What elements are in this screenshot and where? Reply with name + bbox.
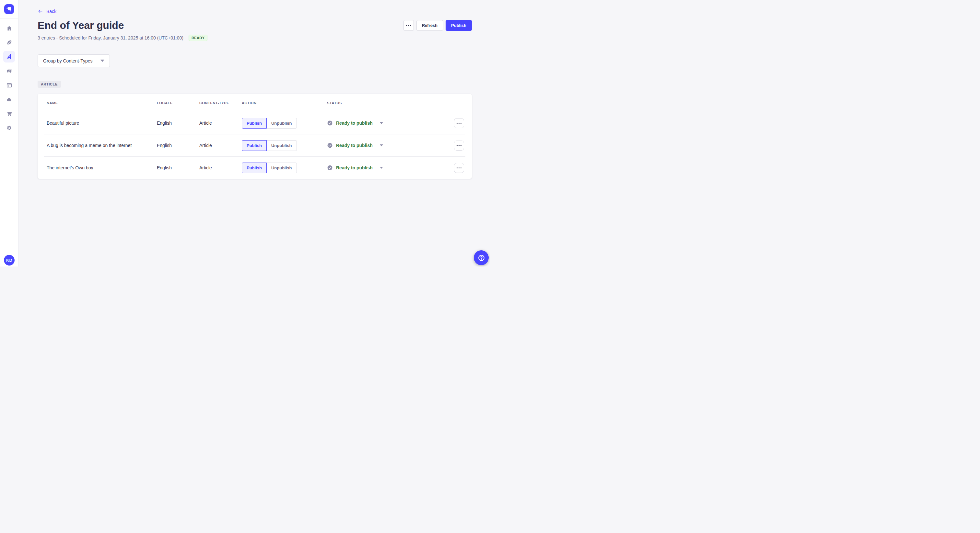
entry-name: The internet's Own boy	[47, 165, 157, 170]
group-by-select[interactable]: Group by Content-Types	[38, 54, 110, 67]
entry-status-dropdown[interactable]: Ready to publish	[327, 143, 443, 148]
table-row: Beautiful picture English Article Publis…	[38, 112, 472, 134]
entry-status-dropdown[interactable]: Ready to publish	[327, 120, 443, 126]
toolbar: Group by Content-Types	[38, 54, 472, 67]
row-more-options-button[interactable]	[454, 118, 464, 128]
help-button[interactable]	[474, 250, 489, 265]
sidebar-item-content-manager[interactable]	[3, 36, 15, 48]
header-actions: Refresh Publish	[404, 20, 472, 31]
cloud-icon	[6, 97, 12, 103]
entry-status-label: Ready to publish	[336, 121, 373, 125]
row-more-options-button[interactable]	[454, 141, 464, 151]
entry-locale: English	[157, 165, 199, 170]
entry-name: A bug is becoming a meme on the internet	[47, 143, 157, 148]
action-segmented-control: Publish Unpublish	[242, 163, 297, 173]
sidebar-nav	[0, 19, 18, 136]
column-header-locale: LOCALE	[157, 101, 199, 105]
entry-status-dropdown[interactable]: Ready to publish	[327, 165, 443, 171]
home-icon	[6, 25, 12, 32]
release-more-options-button[interactable]	[404, 20, 414, 31]
arrow-left-icon	[38, 8, 43, 14]
sidebar-item-settings[interactable]	[3, 122, 15, 134]
user-avatar[interactable]: KD	[4, 255, 14, 265]
unpublish-action-button[interactable]: Unpublish	[266, 118, 297, 128]
check-circle-icon	[327, 120, 333, 126]
content-type-group-badge: ARTICLE	[38, 81, 61, 88]
check-circle-icon	[327, 165, 333, 171]
column-header-name: NAME	[47, 101, 157, 105]
strapi-logo-icon	[4, 4, 14, 14]
entries-table-card: NAME LOCALE CONTENT-TYPE ACTION STATUS B…	[38, 94, 472, 179]
release-subtitle: 3 entries - Scheduled for Friday, Januar…	[38, 35, 183, 40]
unpublish-action-button[interactable]: Unpublish	[266, 140, 297, 151]
sidebar: KD	[0, 0, 19, 266]
back-label: Back	[46, 9, 56, 14]
chevron-down-icon	[380, 122, 383, 124]
entry-name: Beautiful picture	[47, 121, 157, 125]
column-header-action: ACTION	[242, 101, 327, 105]
table-row: The internet's Own boy English Article P…	[38, 157, 472, 179]
action-segmented-control: Publish Unpublish	[242, 140, 297, 151]
sidebar-item-marketplace[interactable]	[3, 108, 15, 119]
strapi-release-page: KD Back End of Year guide Refresh Publis…	[0, 0, 490, 266]
sidebar-item-home[interactable]	[3, 22, 15, 34]
help-icon	[477, 254, 485, 262]
ellipsis-icon	[457, 145, 461, 146]
unpublish-action-button[interactable]: Unpublish	[266, 163, 297, 173]
publish-action-button[interactable]: Publish	[242, 118, 267, 128]
action-segmented-control: Publish Unpublish	[242, 118, 297, 128]
check-circle-icon	[327, 143, 333, 148]
group-by-value: Group by Content-Types	[43, 58, 93, 63]
title-row: End of Year guide Refresh Publish	[38, 19, 472, 32]
sidebar-item-content-type-builder[interactable]	[3, 79, 15, 91]
column-header-status: STATUS	[327, 101, 443, 105]
table-row: A bug is becoming a meme on the internet…	[38, 134, 472, 156]
ellipsis-icon	[457, 123, 461, 124]
entry-locale: English	[157, 143, 199, 148]
workspace-logo-button[interactable]	[0, 0, 18, 19]
sidebar-item-media-library[interactable]	[3, 65, 15, 77]
gear-icon	[6, 125, 12, 131]
refresh-button[interactable]: Refresh	[417, 20, 443, 31]
entry-status-label: Ready to publish	[336, 165, 373, 170]
chevron-down-icon	[380, 144, 383, 146]
column-header-content-type: CONTENT-TYPE	[199, 101, 242, 105]
paper-plane-icon	[6, 54, 12, 60]
chevron-down-icon	[380, 167, 383, 169]
sidebar-item-cloud[interactable]	[3, 94, 15, 105]
entry-status-label: Ready to publish	[336, 143, 373, 148]
main-content: Back End of Year guide Refresh Publish 3…	[19, 0, 490, 266]
cart-icon	[6, 111, 12, 117]
sidebar-item-releases[interactable]	[3, 51, 15, 62]
release-status-badge: READY	[189, 35, 208, 41]
table-header-row: NAME LOCALE CONTENT-TYPE ACTION STATUS	[38, 94, 472, 112]
layout-icon	[6, 82, 12, 89]
feather-icon	[6, 40, 12, 46]
entry-content-type: Article	[199, 143, 242, 148]
entry-content-type: Article	[199, 165, 242, 170]
subtitle-row: 3 entries - Scheduled for Friday, Januar…	[38, 35, 472, 41]
entry-locale: English	[157, 121, 199, 125]
chevron-down-icon	[100, 60, 104, 62]
back-link[interactable]: Back	[38, 8, 56, 14]
ellipsis-icon	[406, 25, 411, 26]
ellipsis-icon	[457, 167, 461, 168]
publish-action-button[interactable]: Publish	[242, 140, 267, 151]
images-icon	[6, 68, 12, 74]
publish-action-button[interactable]: Publish	[242, 163, 267, 173]
page-title: End of Year guide	[38, 19, 124, 32]
entry-content-type: Article	[199, 121, 242, 125]
publish-release-button[interactable]: Publish	[445, 20, 472, 31]
row-more-options-button[interactable]	[454, 163, 464, 173]
